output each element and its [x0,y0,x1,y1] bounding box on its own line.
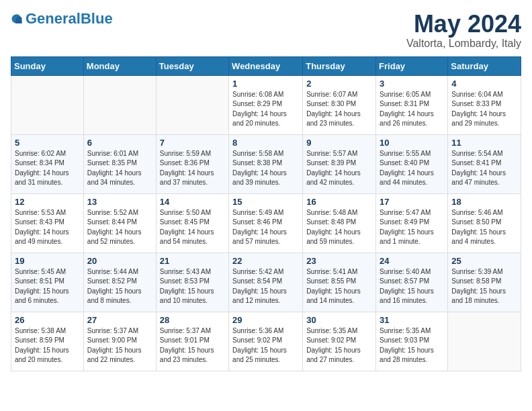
day-number: 12 [15,197,80,207]
calendar-week-3: 12Sunrise: 5:53 AMSunset: 8:43 PMDayligh… [11,193,521,253]
day-header-thursday: Thursday [303,56,376,75]
calendar-cell: 2Sunrise: 6:07 AMSunset: 8:30 PMDaylight… [303,75,376,134]
day-number: 27 [87,315,152,325]
calendar-cell: 13Sunrise: 5:52 AMSunset: 8:44 PMDayligh… [83,193,156,253]
day-number: 26 [15,315,80,325]
calendar-week-2: 5Sunrise: 6:02 AMSunset: 8:34 PMDaylight… [11,134,521,193]
day-info: Sunrise: 5:44 AMSunset: 8:52 PMDaylight:… [87,267,152,306]
calendar-cell: 3Sunrise: 6:05 AMSunset: 8:31 PMDaylight… [376,75,448,134]
day-info: Sunrise: 5:52 AMSunset: 8:44 PMDaylight:… [87,208,152,247]
month-title: May 2024 [406,11,521,38]
calendar-cell: 24Sunrise: 5:40 AMSunset: 8:57 PMDayligh… [376,253,448,312]
day-info: Sunrise: 5:59 AMSunset: 8:36 PMDaylight:… [160,149,225,188]
day-info: Sunrise: 6:04 AMSunset: 8:33 PMDaylight:… [451,90,517,129]
day-info: Sunrise: 5:45 AMSunset: 8:51 PMDaylight:… [15,267,80,306]
calendar-cell: 7Sunrise: 5:59 AMSunset: 8:36 PMDaylight… [156,134,228,193]
title-block: May 2024 Valtorta, Lombardy, Italy [406,11,521,50]
calendar-cell: 25Sunrise: 5:39 AMSunset: 8:58 PMDayligh… [448,253,521,312]
logo-general: General [26,10,81,27]
calendar-cell: 14Sunrise: 5:50 AMSunset: 8:45 PMDayligh… [156,193,228,253]
day-info: Sunrise: 5:35 AMSunset: 9:02 PMDaylight:… [306,326,372,365]
day-number: 30 [306,315,372,325]
calendar-table: SundayMondayTuesdayWednesdayThursdayFrid… [11,56,521,371]
calendar-week-5: 26Sunrise: 5:38 AMSunset: 8:59 PMDayligh… [11,312,521,371]
day-info: Sunrise: 5:41 AMSunset: 8:55 PMDaylight:… [306,267,372,306]
day-number: 18 [451,197,517,207]
day-header-tuesday: Tuesday [156,56,228,75]
day-info: Sunrise: 6:07 AMSunset: 8:30 PMDaylight:… [306,90,372,129]
day-info: Sunrise: 5:54 AMSunset: 8:41 PMDaylight:… [451,149,517,188]
logo-blue: Blue [81,10,113,27]
day-info: Sunrise: 5:37 AMSunset: 9:01 PMDaylight:… [160,326,225,365]
calendar-cell [156,75,228,134]
calendar-cell: 27Sunrise: 5:37 AMSunset: 9:00 PMDayligh… [83,312,156,371]
day-info: Sunrise: 5:47 AMSunset: 8:49 PMDaylight:… [380,208,444,247]
day-number: 28 [160,315,225,325]
calendar-cell: 29Sunrise: 5:36 AMSunset: 9:02 PMDayligh… [229,312,303,371]
day-number: 4 [451,79,517,89]
day-number: 8 [232,138,299,148]
calendar-cell: 28Sunrise: 5:37 AMSunset: 9:01 PMDayligh… [156,312,228,371]
calendar-cell: 5Sunrise: 6:02 AMSunset: 8:34 PMDaylight… [11,134,84,193]
day-header-sunday: Sunday [11,56,84,75]
calendar-cell: 9Sunrise: 5:57 AMSunset: 8:39 PMDaylight… [303,134,376,193]
calendar-header-row: SundayMondayTuesdayWednesdayThursdayFrid… [11,56,521,75]
day-number: 11 [451,138,517,148]
day-info: Sunrise: 5:53 AMSunset: 8:43 PMDaylight:… [15,208,80,247]
day-number: 2 [306,79,372,89]
calendar-cell: 16Sunrise: 5:48 AMSunset: 8:48 PMDayligh… [303,193,376,253]
calendar-cell: 10Sunrise: 5:55 AMSunset: 8:40 PMDayligh… [376,134,448,193]
day-header-friday: Friday [376,56,448,75]
day-number: 21 [160,256,225,266]
day-info: Sunrise: 6:05 AMSunset: 8:31 PMDaylight:… [380,90,444,129]
calendar-cell [448,312,521,371]
day-info: Sunrise: 5:35 AMSunset: 9:03 PMDaylight:… [380,326,444,365]
day-info: Sunrise: 5:50 AMSunset: 8:45 PMDaylight:… [160,208,225,247]
day-number: 3 [380,79,444,89]
calendar-cell: 11Sunrise: 5:54 AMSunset: 8:41 PMDayligh… [448,134,521,193]
day-number: 7 [160,138,225,148]
day-info: Sunrise: 5:49 AMSunset: 8:46 PMDaylight:… [232,208,299,247]
calendar-cell: 30Sunrise: 5:35 AMSunset: 9:02 PMDayligh… [303,312,376,371]
day-info: Sunrise: 6:08 AMSunset: 8:29 PMDaylight:… [232,90,299,129]
calendar-cell: 20Sunrise: 5:44 AMSunset: 8:52 PMDayligh… [83,253,156,312]
calendar-week-1: 1Sunrise: 6:08 AMSunset: 8:29 PMDaylight… [11,75,521,134]
logo: GeneralBlue [11,11,113,27]
day-info: Sunrise: 5:46 AMSunset: 8:50 PMDaylight:… [451,208,517,247]
day-info: Sunrise: 5:37 AMSunset: 9:00 PMDaylight:… [87,326,152,365]
day-number: 29 [232,315,299,325]
calendar-cell: 8Sunrise: 5:58 AMSunset: 8:38 PMDaylight… [229,134,303,193]
calendar-cell [83,75,156,134]
day-header-monday: Monday [83,56,156,75]
day-info: Sunrise: 5:58 AMSunset: 8:38 PMDaylight:… [232,149,299,188]
day-number: 31 [380,315,444,325]
day-info: Sunrise: 5:40 AMSunset: 8:57 PMDaylight:… [380,267,444,306]
day-number: 1 [232,79,299,89]
calendar-cell: 19Sunrise: 5:45 AMSunset: 8:51 PMDayligh… [11,253,84,312]
calendar-cell: 26Sunrise: 5:38 AMSunset: 8:59 PMDayligh… [11,312,84,371]
day-number: 6 [87,138,152,148]
calendar-cell: 22Sunrise: 5:42 AMSunset: 8:54 PMDayligh… [229,253,303,312]
day-number: 16 [306,197,372,207]
day-number: 20 [87,256,152,266]
calendar-cell: 1Sunrise: 6:08 AMSunset: 8:29 PMDaylight… [229,75,303,134]
day-number: 10 [380,138,444,148]
calendar-cell: 18Sunrise: 5:46 AMSunset: 8:50 PMDayligh… [448,193,521,253]
day-header-wednesday: Wednesday [229,56,303,75]
day-number: 19 [15,256,80,266]
day-number: 24 [380,256,444,266]
page-header: GeneralBlue May 2024 Valtorta, Lombardy,… [11,11,521,50]
day-number: 15 [232,197,299,207]
calendar-cell: 23Sunrise: 5:41 AMSunset: 8:55 PMDayligh… [303,253,376,312]
day-info: Sunrise: 5:39 AMSunset: 8:58 PMDaylight:… [451,267,517,306]
day-info: Sunrise: 5:38 AMSunset: 8:59 PMDaylight:… [15,326,80,365]
day-info: Sunrise: 5:43 AMSunset: 8:53 PMDaylight:… [160,267,225,306]
calendar-cell: 21Sunrise: 5:43 AMSunset: 8:53 PMDayligh… [156,253,228,312]
day-info: Sunrise: 5:42 AMSunset: 8:54 PMDaylight:… [232,267,299,306]
calendar-week-4: 19Sunrise: 5:45 AMSunset: 8:51 PMDayligh… [11,253,521,312]
day-number: 14 [160,197,225,207]
day-number: 17 [380,197,444,207]
day-info: Sunrise: 5:36 AMSunset: 9:02 PMDaylight:… [232,326,299,365]
day-info: Sunrise: 6:02 AMSunset: 8:34 PMDaylight:… [15,149,80,188]
calendar-cell: 6Sunrise: 6:01 AMSunset: 8:35 PMDaylight… [83,134,156,193]
